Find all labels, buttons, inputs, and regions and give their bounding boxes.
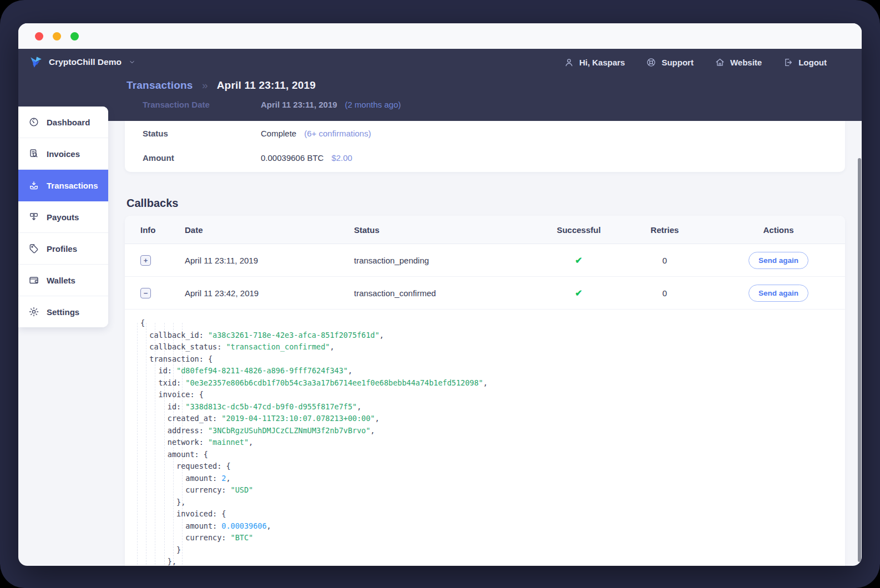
code-line: txid: "0e3e2357e806b6cdb1f70b54c3a3a17b6… xyxy=(140,377,845,389)
sidebar-item-transactions[interactable]: Transactions xyxy=(18,170,108,201)
home-icon xyxy=(715,57,725,68)
top-nav-label: Hi, Kaspars xyxy=(579,58,625,67)
callbacks-table-card: InfoDateStatusSuccessfulRetriesActions +… xyxy=(125,216,845,566)
top-nav-logout[interactable]: Logout xyxy=(783,57,827,68)
code-line: currency: "USD" xyxy=(140,484,845,496)
detail-label: Status xyxy=(143,129,261,138)
indent-guide xyxy=(137,323,138,565)
top-nav-label: Support xyxy=(661,58,694,67)
send-again-button[interactable]: Send again xyxy=(748,252,808,269)
code-line: { xyxy=(140,317,845,330)
code-line: created_at: "2019-04-11T23:10:07.078213+… xyxy=(140,413,845,425)
code-line: }, xyxy=(140,556,845,566)
detail-row-amount: Amount0.00039606 BTC$2.00 xyxy=(125,145,845,170)
top-nav: Hi, KasparsSupportWebsiteLogout xyxy=(564,57,827,68)
invoices-icon xyxy=(28,148,39,159)
top-nav-website[interactable]: Website xyxy=(715,57,762,68)
code-line: requested: { xyxy=(140,460,845,473)
sidebar-item-wallets[interactable]: Wallets xyxy=(18,265,108,296)
callback-retries: 0 xyxy=(618,256,712,265)
column-header-status: Status xyxy=(354,225,540,235)
callback-status: transaction_confirmed xyxy=(354,288,540,298)
callback-status: transaction_pending xyxy=(354,256,540,265)
brand-menu[interactable]: CryptoChill Demo xyxy=(29,55,136,69)
callbacks-table-header: InfoDateStatusSuccessfulRetriesActions xyxy=(125,216,845,244)
column-header-retries: Retries xyxy=(618,225,712,235)
occluded-transaction-date-row: Transaction Date April 11 23:11, 2019 (2… xyxy=(125,100,845,109)
detail-note: (6+ confirmations) xyxy=(304,129,371,138)
code-line: network: "mainnet", xyxy=(140,437,845,449)
wallets-icon xyxy=(28,275,39,286)
transactions-icon xyxy=(28,180,39,191)
detail-value: April 11 23:11, 2019 xyxy=(261,100,337,109)
code-line: id: "d80fef94-8211-4826-a896-9fff7624f34… xyxy=(140,365,845,377)
success-check-icon: ✔ xyxy=(575,288,582,298)
maximize-window-button[interactable] xyxy=(70,32,79,40)
detail-value: 0.00039606 BTC xyxy=(261,153,323,163)
close-window-button[interactable] xyxy=(35,32,43,40)
code-line: transaction: { xyxy=(140,353,845,366)
top-nav-label: Website xyxy=(730,58,762,67)
top-nav-row: CryptoChill Demo Hi, KasparsSupportWebsi… xyxy=(18,49,862,75)
payouts-icon xyxy=(28,211,39,222)
callback-retries: 0 xyxy=(618,288,712,298)
send-again-button[interactable]: Send again xyxy=(748,285,808,302)
code-line: } xyxy=(140,544,845,556)
dashboard-icon xyxy=(28,116,39,128)
top-nav-hi-kaspars[interactable]: Hi, Kaspars xyxy=(564,57,625,68)
breadcrumb-separator: » xyxy=(202,79,208,91)
column-header-info: Info xyxy=(125,225,185,235)
breadcrumb-transactions-link[interactable]: Transactions xyxy=(127,79,193,91)
code-line: id: "338d813c-dc5b-47cd-b9f0-d955f817e7f… xyxy=(140,401,845,413)
sidebar-item-label: Transactions xyxy=(47,181,98,190)
code-line: amount: 2, xyxy=(140,473,845,485)
sidebar-item-invoices[interactable]: Invoices xyxy=(18,138,108,170)
callback-row: +April 11 23:11, 2019transaction_pending… xyxy=(125,244,845,277)
callbacks-table-body: +April 11 23:11, 2019transaction_pending… xyxy=(125,244,845,310)
desktop-background: CryptoChill Demo Hi, KasparsSupportWebsi… xyxy=(0,0,880,588)
sidebar-item-profiles[interactable]: Profiles xyxy=(18,233,108,265)
sidebar-item-label: Settings xyxy=(47,307,79,317)
minimize-window-button[interactable] xyxy=(53,32,61,40)
vertical-scrollbar-thumb[interactable] xyxy=(858,158,861,562)
success-check-icon: ✔ xyxy=(575,256,582,265)
sidebar-item-label: Dashboard xyxy=(47,118,90,127)
settings-icon xyxy=(28,306,39,317)
code-line: amount: { xyxy=(140,449,845,461)
top-nav-support[interactable]: Support xyxy=(646,57,694,68)
sidebar: DashboardInvoicesTransactionsPayoutsProf… xyxy=(18,107,108,327)
callback-date: April 11 23:11, 2019 xyxy=(185,256,354,265)
detail-note: $2.00 xyxy=(331,153,352,163)
code-line: currency: "BTC" xyxy=(140,532,845,544)
code-line: address: "3NCbRgzUSuhDMJCzCLZNmUM3f2nb7v… xyxy=(140,425,845,437)
detail-label: Amount xyxy=(143,153,261,163)
sidebar-item-settings[interactable]: Settings xyxy=(18,296,108,327)
expand-row-button[interactable]: + xyxy=(140,255,151,266)
detail-row-status: StatusComplete(6+ confirmations) xyxy=(125,121,845,145)
user-icon xyxy=(564,57,574,68)
sidebar-item-label: Profiles xyxy=(47,244,77,254)
detail-value: Complete xyxy=(261,129,296,138)
column-header-date: Date xyxy=(185,225,354,235)
callback-payload-code-block: { callback_id: "a38c3261-718e-42e3-afca-… xyxy=(125,310,845,566)
sidebar-item-label: Invoices xyxy=(47,149,80,159)
callback-date: April 11 23:42, 2019 xyxy=(185,288,354,298)
callback-row: −April 11 23:42, 2019transaction_confirm… xyxy=(125,277,845,310)
sidebar-item-payouts[interactable]: Payouts xyxy=(18,201,108,233)
collapse-row-button[interactable]: − xyxy=(140,288,151,298)
breadcrumb: Transactions » April 11 23:11, 2019 xyxy=(127,79,316,92)
profiles-icon xyxy=(28,243,39,254)
column-header-actions: Actions xyxy=(712,225,845,235)
code-line: invoiced: { xyxy=(140,508,845,520)
browser-window: CryptoChill Demo Hi, KasparsSupportWebsi… xyxy=(18,23,862,566)
sidebar-item-dashboard[interactable]: Dashboard xyxy=(18,107,108,138)
support-icon xyxy=(646,57,656,68)
cryptochill-logo-icon xyxy=(29,55,43,69)
logout-icon xyxy=(783,57,793,68)
detail-note: (2 months ago) xyxy=(345,100,401,109)
sidebar-item-label: Wallets xyxy=(47,276,75,285)
code-line: callback_status: "transaction_confirmed"… xyxy=(140,341,845,353)
detail-label: Transaction Date xyxy=(143,100,261,109)
app-header: CryptoChill Demo Hi, KasparsSupportWebsi… xyxy=(18,49,862,121)
transaction-detail-card: StatusComplete(6+ confirmations)Amount0.… xyxy=(125,121,845,172)
